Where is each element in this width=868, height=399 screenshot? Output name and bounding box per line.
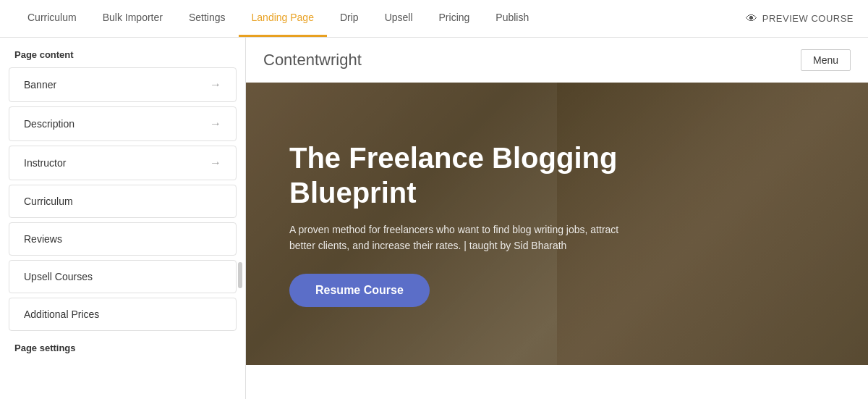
nav-tabs: Curriculum Bulk Importer Settings Landin…: [14, 0, 542, 37]
tab-drip[interactable]: Drip: [327, 0, 372, 37]
sidebar-item-label: Curriculum: [24, 196, 73, 207]
page-settings-title: Page settings: [0, 335, 245, 358]
top-navigation: Curriculum Bulk Importer Settings Landin…: [0, 0, 868, 38]
tab-settings[interactable]: Settings: [176, 0, 239, 37]
sidebar-item-label: Banner: [24, 79, 56, 91]
preview-header: Contentwright Menu: [246, 38, 868, 83]
sidebar-item-instructor[interactable]: Instructor →: [9, 146, 237, 180]
sidebar-item-label: Reviews: [24, 233, 62, 245]
sidebar-item-additional-prices[interactable]: Additional Prices: [9, 298, 237, 331]
sidebar: Page content Banner → Description → Inst…: [0, 38, 246, 399]
tab-upsell[interactable]: Upsell: [372, 0, 426, 37]
arrow-icon: →: [210, 117, 221, 130]
sidebar-item-label: Instructor: [24, 157, 66, 169]
sidebar-item-description[interactable]: Description →: [9, 106, 237, 141]
sidebar-item-label: Additional Prices: [24, 308, 99, 320]
preview-course-button[interactable]: 👁 PREVIEW COURSE: [746, 12, 854, 25]
tab-pricing[interactable]: Pricing: [426, 0, 483, 37]
preview-course-label: PREVIEW COURSE: [762, 13, 854, 24]
page-content-title: Page content: [0, 38, 245, 67]
preview-area: Contentwright Menu The Freelance Bloggin…: [246, 38, 868, 399]
scrollbar-handle[interactable]: [238, 262, 242, 288]
tab-publish[interactable]: Publish: [482, 0, 542, 37]
sidebar-item-curriculum[interactable]: Curriculum: [9, 185, 237, 218]
hero-section: The Freelance Blogging Blueprint A prove…: [246, 83, 868, 365]
preview-card: Contentwright Menu The Freelance Bloggin…: [246, 38, 868, 399]
arrow-icon: →: [210, 78, 221, 91]
tab-curriculum[interactable]: Curriculum: [14, 0, 90, 37]
hero-title: The Freelance Blogging Blueprint: [289, 140, 637, 210]
sidebar-item-banner[interactable]: Banner →: [9, 67, 237, 102]
resume-course-button[interactable]: Resume Course: [289, 274, 430, 307]
hero-content: The Freelance Blogging Blueprint A prove…: [246, 112, 680, 337]
sidebar-item-reviews[interactable]: Reviews: [9, 222, 237, 256]
hero-subtitle: A proven method for freelancers who want…: [289, 222, 637, 254]
sidebar-item-upsell-courses[interactable]: Upsell Courses: [9, 260, 237, 293]
sidebar-item-label: Upsell Courses: [24, 271, 93, 282]
eye-icon: 👁: [746, 12, 758, 25]
site-name: Contentwright: [263, 51, 362, 70]
tab-landing-page[interactable]: Landing Page: [239, 0, 327, 37]
tab-bulk-importer[interactable]: Bulk Importer: [90, 0, 176, 37]
main-layout: Page content Banner → Description → Inst…: [0, 38, 868, 399]
menu-button[interactable]: Menu: [801, 49, 851, 71]
arrow-icon: →: [210, 156, 221, 169]
sidebar-item-label: Description: [24, 118, 75, 130]
